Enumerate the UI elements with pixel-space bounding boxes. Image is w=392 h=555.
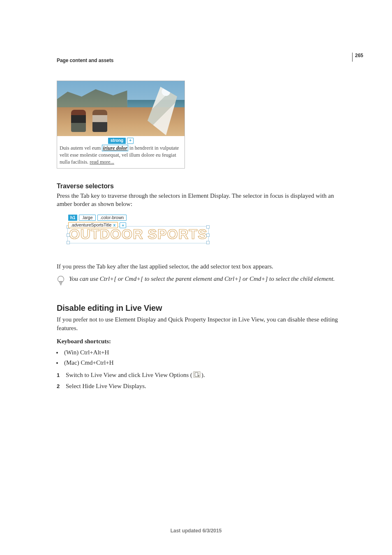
heading-disable-editing: Disable editing in Live View <box>57 303 350 313</box>
step-1: 1 Switch to Live View and click Live Vie… <box>57 370 350 381</box>
shortcut-item-win: (Win) Ctrl+Alt+H <box>62 347 350 358</box>
step-1-pre: Switch to Live View and click Live View … <box>66 372 192 378</box>
step-2-text: Select Hide Live View Displays. <box>66 381 146 392</box>
lightbulb-icon <box>57 275 65 287</box>
element-tag-chip[interactable]: strong <box>108 138 126 144</box>
selector-chip-large[interactable]: .large <box>79 215 95 221</box>
element-display-tag-row: strong + <box>57 136 184 145</box>
selector-chip-active[interactable]: .adventureSportsTitle x <box>68 222 118 228</box>
figure-photo <box>57 81 184 136</box>
element-tag-chip[interactable]: h1 <box>68 215 77 221</box>
selector-chip-color-brown[interactable]: .color-brown <box>97 215 127 221</box>
step-number: 2 <box>57 382 62 391</box>
selector-chip-stack: h1 .large .color-brown .adventureSportsT… <box>68 215 127 228</box>
add-selector-button[interactable]: + <box>127 138 134 144</box>
figure-bg-title: OUTDOOR SPORTS <box>69 226 208 242</box>
footer-last-updated: Last updated 6/3/2015 <box>0 528 392 534</box>
add-selector-button[interactable]: + <box>120 222 126 228</box>
label-keyboard-shortcuts: Keyboard shortcuts: <box>57 338 350 345</box>
tip-text: You can use Ctrl+[ or Cmd+[ to select th… <box>69 275 335 283</box>
paragraph-disable-intro: If you prefer not to use Element Display… <box>57 315 350 332</box>
live-view-options-icon <box>193 371 201 378</box>
section-header: Page content and assets <box>57 58 113 63</box>
step-2: 2 Select Hide Live View Displays. <box>57 381 350 392</box>
read-more-link[interactable]: read more... <box>90 159 114 165</box>
heading-traverse-selectors: Traverse selectors <box>57 183 350 190</box>
figure-strong-tag-selection: strong + Duis autem vel eum iriure dolor… <box>57 81 185 169</box>
paragraph-prefix: Duis autem vel eum <box>60 145 102 151</box>
step-1-text: Switch to Live View and click Live View … <box>66 370 205 381</box>
shortcut-item-mac: (Mac) Cmd+Ctrl+H <box>62 358 350 368</box>
figure-paragraph: Duis autem vel eum iriure dolor in hendr… <box>57 145 184 168</box>
steps-list: 1 Switch to Live View and click Live Vie… <box>57 370 350 392</box>
paragraph-traverse-intro: Press the Tab key to traverse through th… <box>57 192 350 208</box>
shortcut-list: (Win) Ctrl+Alt+H (Mac) Cmd+Ctrl+H <box>57 347 350 368</box>
selected-strong-text[interactable]: iriure dolor <box>102 145 128 151</box>
paragraph-after-last-selector: If you press the Tab key after the last … <box>57 262 350 271</box>
remove-selector-icon[interactable]: x <box>113 222 115 228</box>
step-1-post: ). <box>201 372 205 378</box>
figure-selector-focus: OUTDOOR SPORTS h1 .large .color-brown .a… <box>57 213 217 245</box>
page-number: 265 <box>352 53 363 62</box>
selector-chip-active-label: .adventureSportsTitle <box>71 222 111 228</box>
tip-block: You can use Ctrl+[ or Cmd+[ to select th… <box>57 275 350 287</box>
step-number: 1 <box>57 371 62 380</box>
